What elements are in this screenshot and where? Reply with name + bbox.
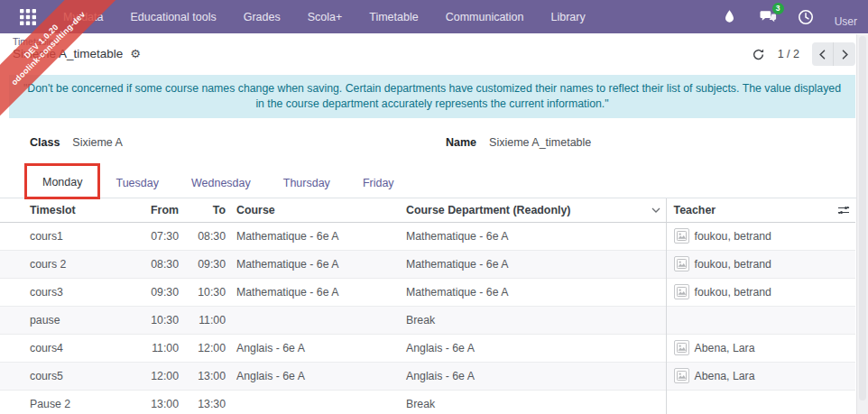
table-row[interactable]: cours5 12:00 13:00 Anglais - 6e A Anglai…	[0, 362, 855, 390]
cell-teacher[interactable]: Abena, Lara	[666, 362, 855, 390]
header-teacher-label: Teacher	[674, 204, 716, 216]
droplet-icon[interactable]	[721, 8, 739, 26]
scrollbar-thumb[interactable]	[859, 36, 866, 400]
pager-next-button[interactable]	[834, 42, 855, 66]
form-fields: Class Sixieme A Name Sixieme A_timetable	[0, 124, 868, 163]
cell-course[interactable]: Anglais - 6e A	[227, 362, 397, 390]
teacher-avatar-icon	[674, 340, 689, 355]
breadcrumb[interactable]: Timetables	[13, 36, 855, 47]
table-row[interactable]: Pause 2 13:00 13:30 Break	[0, 390, 855, 414]
cell-to[interactable]: 13:30	[180, 390, 227, 414]
cell-timeslot[interactable]: cours5	[0, 362, 126, 390]
cell-from[interactable]: 11:00	[126, 334, 180, 362]
main-menu: My dataEducational toolsGradesScola+Time…	[63, 11, 586, 23]
cell-department[interactable]: Mathematique - 6e A	[397, 250, 666, 278]
cell-to[interactable]: 12:00	[180, 334, 227, 362]
cell-department[interactable]: Anglais - 6e A	[397, 362, 666, 390]
menu-item-scola[interactable]: Scola+	[308, 11, 343, 23]
cell-teacher[interactable]	[666, 306, 855, 334]
teacher-name: foukou, betrand	[695, 230, 771, 243]
tab-thursday[interactable]: Thursday	[267, 167, 346, 198]
info-banner: "Don't be concerned if some course names…	[9, 75, 855, 118]
menu-item-educational-tools[interactable]: Educational tools	[130, 11, 216, 23]
tab-friday[interactable]: Friday	[346, 167, 411, 198]
header-teacher[interactable]: Teacher	[666, 198, 855, 222]
menu-item-grades[interactable]: Grades	[244, 11, 281, 23]
app-window: My dataEducational toolsGradesScola+Time…	[0, 0, 868, 414]
table-header-row: Timeslot From To Course Course Departmen…	[0, 198, 855, 222]
cell-to[interactable]: 10:30	[180, 278, 227, 306]
cell-from[interactable]: 13:00	[126, 390, 180, 414]
table-row[interactable]: cours 2 08:30 09:30 Mathematique - 6e A …	[0, 250, 855, 278]
cell-course[interactable]	[227, 306, 397, 334]
vertical-scrollbar[interactable]	[856, 34, 868, 414]
cell-to[interactable]: 11:00	[180, 306, 227, 334]
pager-value: 1 / 2	[778, 48, 799, 60]
pager: 1 / 2	[752, 42, 855, 66]
cell-course[interactable]: Anglais - 6e A	[227, 334, 397, 362]
cell-from[interactable]: 08:30	[126, 250, 180, 278]
cell-teacher[interactable]: foukou, betrand	[666, 278, 855, 306]
class-value[interactable]: Sixieme A	[72, 136, 123, 149]
teacher-name: foukou, betrand	[695, 258, 771, 271]
cell-from[interactable]: 09:30	[126, 278, 180, 306]
table-row[interactable]: cours4 11:00 12:00 Anglais - 6e A Anglai…	[0, 334, 855, 362]
cell-department[interactable]: Mathematique - 6e A	[397, 222, 666, 250]
apps-grid-glyph	[20, 9, 36, 25]
refresh-icon[interactable]	[752, 48, 765, 61]
optional-columns-icon[interactable]	[837, 205, 850, 216]
header-timeslot[interactable]: Timeslot	[0, 198, 126, 222]
cell-timeslot[interactable]: cours 2	[0, 250, 126, 278]
cell-department[interactable]: Anglais - 6e A	[397, 334, 666, 362]
cell-course[interactable]: Mathematique - 6e A	[227, 278, 397, 306]
table-row[interactable]: pause 10:30 11:00 Break	[0, 306, 855, 334]
cell-teacher[interactable]	[666, 390, 855, 414]
cell-course[interactable]: Mathematique - 6e A	[227, 250, 397, 278]
cell-department[interactable]: Break	[397, 390, 666, 414]
header-department[interactable]: Course Department (Readonly)	[397, 198, 666, 222]
cell-from[interactable]: 10:30	[126, 306, 180, 334]
teacher-avatar-icon	[674, 368, 689, 383]
tab-tuesday[interactable]: Tuesday	[99, 167, 174, 198]
control-panel: Timetables Sixieme A_timetable ⚙ 1 / 2	[0, 33, 868, 68]
tab-monday[interactable]: Monday	[25, 165, 99, 198]
cell-timeslot[interactable]: pause	[0, 306, 126, 334]
user-menu[interactable]: User	[835, 15, 857, 28]
menu-item-communication[interactable]: Communication	[446, 11, 524, 23]
cell-timeslot[interactable]: Pause 2	[0, 390, 126, 414]
cell-course[interactable]	[227, 390, 397, 414]
menu-item-my-data[interactable]: My data	[63, 11, 103, 23]
cell-teacher[interactable]: foukou, betrand	[666, 250, 855, 278]
cell-department[interactable]: Break	[397, 306, 666, 334]
header-to[interactable]: To	[180, 198, 227, 222]
apps-grid-icon[interactable]	[13, 5, 43, 30]
cell-course[interactable]: Mathematique - 6e A	[227, 222, 397, 250]
gear-icon[interactable]: ⚙	[130, 48, 141, 60]
cell-teacher[interactable]: foukou, betrand	[666, 222, 855, 250]
cell-to[interactable]: 08:30	[180, 222, 227, 250]
header-course[interactable]: Course	[227, 198, 397, 222]
cell-to[interactable]: 09:30	[180, 250, 227, 278]
cell-timeslot[interactable]: cours3	[0, 278, 126, 306]
table-row[interactable]: cours1 07:30 08:30 Mathematique - 6e A M…	[0, 222, 855, 250]
name-value[interactable]: Sixieme A_timetable	[489, 136, 591, 149]
cell-to[interactable]: 13:00	[180, 362, 227, 390]
pager-previous-button[interactable]	[812, 42, 834, 66]
table-row[interactable]: cours3 09:30 10:30 Mathematique - 6e A M…	[0, 278, 855, 306]
menu-item-library[interactable]: Library	[551, 11, 586, 23]
activities-clock-icon[interactable]	[797, 8, 815, 26]
cell-from[interactable]: 12:00	[126, 362, 180, 390]
messages-icon[interactable]: 3	[759, 8, 777, 26]
chevron-down-icon[interactable]	[651, 207, 660, 213]
header-from[interactable]: From	[126, 198, 180, 222]
menu-item-timetable[interactable]: Timetable	[369, 11, 418, 23]
cell-teacher[interactable]: Abena, Lara	[666, 334, 855, 362]
tab-wednesday[interactable]: Wednesday	[175, 167, 267, 198]
cell-timeslot[interactable]: cours4	[0, 334, 126, 362]
cell-department[interactable]: Mathematique - 6e A	[397, 278, 666, 306]
class-label: Class	[30, 136, 60, 149]
cell-from[interactable]: 07:30	[126, 222, 180, 250]
class-field: Class Sixieme A	[30, 136, 123, 149]
name-label: Name	[446, 136, 476, 149]
cell-timeslot[interactable]: cours1	[0, 222, 126, 250]
